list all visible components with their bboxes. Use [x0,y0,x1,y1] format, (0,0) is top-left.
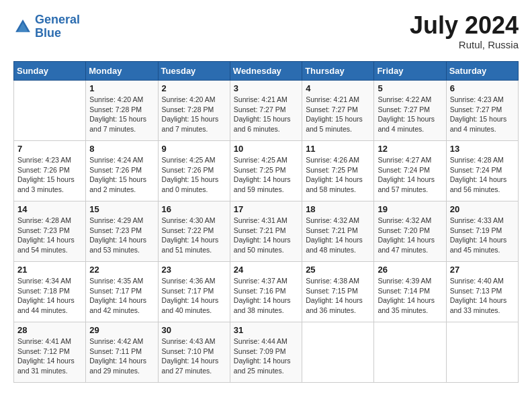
day-info: Sunrise: 4:20 AMSunset: 7:28 PMDaylight:… [162,95,226,134]
calendar-cell: 30Sunrise: 4:43 AMSunset: 7:10 PMDayligh… [158,322,230,383]
day-info: Sunrise: 4:34 AMSunset: 7:18 PMDaylight:… [17,276,82,316]
calendar-cell: 25Sunrise: 4:38 AMSunset: 7:15 PMDayligh… [302,262,374,322]
calendar-cell: 7Sunrise: 4:23 AMSunset: 7:26 PMDaylight… [14,141,86,201]
day-number: 22 [89,265,154,275]
calendar-week-2: 7Sunrise: 4:23 AMSunset: 7:26 PMDaylight… [14,141,519,201]
logo: General Blue [13,13,80,40]
day-number: 4 [306,83,370,93]
day-number: 1 [89,83,154,93]
day-number: 3 [234,83,298,93]
day-number: 25 [306,265,370,275]
calendar-cell: 29Sunrise: 4:42 AMSunset: 7:11 PMDayligh… [86,322,158,383]
calendar-week-4: 21Sunrise: 4:34 AMSunset: 7:18 PMDayligh… [14,262,519,322]
day-info: Sunrise: 4:22 AMSunset: 7:27 PMDaylight:… [378,95,442,134]
day-info: Sunrise: 4:24 AMSunset: 7:26 PMDaylight:… [89,155,154,195]
day-number: 23 [162,265,226,275]
day-info: Sunrise: 4:38 AMSunset: 7:15 PMDaylight:… [306,276,370,316]
day-number: 5 [378,83,442,93]
calendar-cell: 20Sunrise: 4:33 AMSunset: 7:19 PMDayligh… [446,201,518,262]
month-year: July 2024 [410,13,519,38]
day-number: 29 [89,325,154,335]
day-info: Sunrise: 4:23 AMSunset: 7:26 PMDaylight:… [17,155,82,195]
location: Rutul, Russia [410,39,519,50]
day-number: 20 [450,204,515,214]
calendar-cell: 2Sunrise: 4:20 AMSunset: 7:28 PMDaylight… [158,81,230,141]
day-info: Sunrise: 4:32 AMSunset: 7:20 PMDaylight:… [378,216,442,255]
calendar-cell: 4Sunrise: 4:21 AMSunset: 7:27 PMDaylight… [302,81,374,141]
calendar-cell: 11Sunrise: 4:26 AMSunset: 7:25 PMDayligh… [302,141,374,201]
weekday-header-friday: Friday [374,62,446,81]
calendar-cell [302,322,374,383]
day-info: Sunrise: 4:23 AMSunset: 7:27 PMDaylight:… [450,95,515,134]
calendar-cell: 27Sunrise: 4:40 AMSunset: 7:13 PMDayligh… [446,262,518,322]
day-number: 15 [89,204,154,214]
day-info: Sunrise: 4:21 AMSunset: 7:27 PMDaylight:… [306,95,370,134]
weekday-header-wednesday: Wednesday [230,62,302,81]
day-info: Sunrise: 4:44 AMSunset: 7:09 PMDaylight:… [234,336,298,376]
logo-text: General Blue [35,13,80,40]
day-number: 7 [17,144,82,154]
day-info: Sunrise: 4:33 AMSunset: 7:19 PMDaylight:… [450,216,515,255]
day-info: Sunrise: 4:20 AMSunset: 7:28 PMDaylight:… [89,95,154,134]
weekday-header-monday: Monday [86,62,158,81]
day-number: 31 [234,325,298,335]
day-info: Sunrise: 4:43 AMSunset: 7:10 PMDaylight:… [162,336,226,376]
day-number: 27 [450,265,515,275]
calendar-cell: 14Sunrise: 4:28 AMSunset: 7:23 PMDayligh… [14,201,86,262]
day-number: 2 [162,83,226,93]
logo-blue: Blue [35,26,61,40]
day-number: 14 [17,204,82,214]
logo-general: General [35,13,80,26]
calendar-cell: 21Sunrise: 4:34 AMSunset: 7:18 PMDayligh… [14,262,86,322]
calendar-cell: 15Sunrise: 4:29 AMSunset: 7:23 PMDayligh… [86,201,158,262]
day-number: 8 [89,144,154,154]
calendar-cell: 5Sunrise: 4:22 AMSunset: 7:27 PMDaylight… [374,81,446,141]
weekday-header-sunday: Sunday [14,62,86,81]
calendar-cell [446,322,518,383]
day-info: Sunrise: 4:35 AMSunset: 7:17 PMDaylight:… [89,276,154,316]
calendar-cell: 28Sunrise: 4:41 AMSunset: 7:12 PMDayligh… [14,322,86,383]
calendar-cell: 6Sunrise: 4:23 AMSunset: 7:27 PMDaylight… [446,81,518,141]
title-block: July 2024 Rutul, Russia [410,13,519,50]
day-info: Sunrise: 4:30 AMSunset: 7:22 PMDaylight:… [162,216,226,255]
day-info: Sunrise: 4:26 AMSunset: 7:25 PMDaylight:… [306,155,370,195]
day-number: 18 [306,204,370,214]
day-number: 12 [378,144,442,154]
calendar-cell: 16Sunrise: 4:30 AMSunset: 7:22 PMDayligh… [158,201,230,262]
calendar-cell: 1Sunrise: 4:20 AMSunset: 7:28 PMDaylight… [86,81,158,141]
day-info: Sunrise: 4:29 AMSunset: 7:23 PMDaylight:… [89,216,154,255]
day-number: 6 [450,83,515,93]
calendar-week-1: 1Sunrise: 4:20 AMSunset: 7:28 PMDaylight… [14,81,519,141]
calendar-table: SundayMondayTuesdayWednesdayThursdayFrid… [13,61,519,383]
day-info: Sunrise: 4:21 AMSunset: 7:27 PMDaylight:… [234,95,298,134]
calendar-cell [374,322,446,383]
day-number: 11 [306,144,370,154]
day-number: 24 [234,265,298,275]
day-number: 28 [17,325,82,335]
day-number: 16 [162,204,226,214]
calendar-cell: 19Sunrise: 4:32 AMSunset: 7:20 PMDayligh… [374,201,446,262]
calendar-cell: 10Sunrise: 4:25 AMSunset: 7:25 PMDayligh… [230,141,302,201]
calendar-cell: 12Sunrise: 4:27 AMSunset: 7:24 PMDayligh… [374,141,446,201]
day-number: 17 [234,204,298,214]
logo-icon [13,17,32,36]
calendar-cell: 24Sunrise: 4:37 AMSunset: 7:16 PMDayligh… [230,262,302,322]
calendar-cell: 18Sunrise: 4:32 AMSunset: 7:21 PMDayligh… [302,201,374,262]
calendar-week-3: 14Sunrise: 4:28 AMSunset: 7:23 PMDayligh… [14,201,519,262]
day-info: Sunrise: 4:42 AMSunset: 7:11 PMDaylight:… [89,336,154,376]
day-info: Sunrise: 4:25 AMSunset: 7:25 PMDaylight:… [234,155,298,195]
day-info: Sunrise: 4:32 AMSunset: 7:21 PMDaylight:… [306,216,370,255]
calendar-cell: 9Sunrise: 4:25 AMSunset: 7:26 PMDaylight… [158,141,230,201]
day-number: 26 [378,265,442,275]
day-info: Sunrise: 4:39 AMSunset: 7:14 PMDaylight:… [378,276,442,316]
weekday-header-tuesday: Tuesday [158,62,230,81]
calendar-cell: 26Sunrise: 4:39 AMSunset: 7:14 PMDayligh… [374,262,446,322]
calendar-week-5: 28Sunrise: 4:41 AMSunset: 7:12 PMDayligh… [14,322,519,383]
weekday-header-row: SundayMondayTuesdayWednesdayThursdayFrid… [14,62,519,81]
day-info: Sunrise: 4:41 AMSunset: 7:12 PMDaylight:… [17,336,82,376]
day-info: Sunrise: 4:37 AMSunset: 7:16 PMDaylight:… [234,276,298,316]
day-info: Sunrise: 4:31 AMSunset: 7:21 PMDaylight:… [234,216,298,255]
day-number: 21 [17,265,82,275]
day-info: Sunrise: 4:27 AMSunset: 7:24 PMDaylight:… [378,155,442,195]
calendar-cell: 22Sunrise: 4:35 AMSunset: 7:17 PMDayligh… [86,262,158,322]
